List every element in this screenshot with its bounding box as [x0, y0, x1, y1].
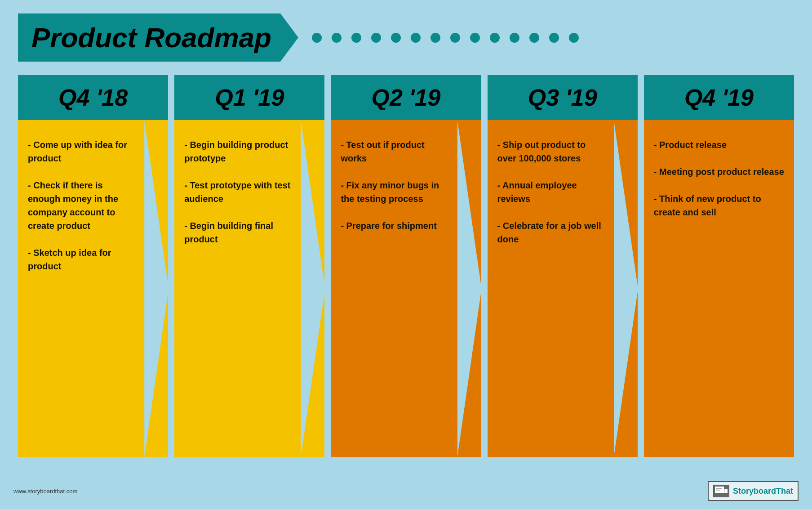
header-dot	[529, 33, 539, 43]
svg-rect-2	[716, 488, 722, 489]
quarter-header-q4-19: Q4 '19	[644, 75, 794, 120]
quarter-label-q4-18: Q4 '18	[22, 84, 164, 111]
quarter-col-q2-19: Q2 '19- Test out if product works - Fix …	[331, 75, 481, 457]
quarter-header-q1-19: Q1 '19	[174, 75, 324, 120]
page-wrapper: Product Roadmap Q4 '18- Come up with ide…	[0, 0, 812, 509]
col-gap	[168, 75, 174, 457]
logo-text-teal: That	[776, 487, 793, 496]
header-section: Product Roadmap	[0, 0, 812, 71]
header-dot	[430, 33, 440, 43]
header-dot	[411, 33, 421, 43]
quarter-text-q1-19: - Begin building product prototype - Tes…	[174, 120, 300, 457]
quarter-label-q1-19: Q1 '19	[179, 84, 320, 111]
col-gap	[324, 75, 331, 457]
svg-rect-4	[724, 489, 728, 493]
quarter-text-q4-18: - Come up with idea for product - Check …	[18, 120, 143, 457]
header-dot	[450, 33, 460, 43]
col-gap	[481, 75, 488, 457]
header-dot	[549, 33, 559, 43]
quarter-col-q1-19: Q1 '19- Begin building product prototype…	[174, 75, 324, 457]
footer-url: www.storyboardthat.com	[13, 488, 77, 495]
dots-decoration	[312, 33, 794, 43]
quarter-body-container-q3-19: - Ship out product to over 100,000 store…	[488, 120, 638, 457]
storyboard-logo: StoryboardThat	[708, 481, 799, 501]
quarter-body-container-q4-18: - Come up with idea for product - Check …	[18, 120, 168, 457]
quarter-body-container-q4-19: - Product release - Meeting post product…	[644, 120, 794, 457]
header-dot	[490, 33, 500, 43]
quarter-text-q4-19: - Product release - Meeting post product…	[644, 120, 794, 457]
svg-rect-3	[716, 490, 720, 491]
quarter-label-q3-19: Q3 '19	[492, 84, 633, 111]
header-dot	[510, 33, 519, 43]
header-dot	[371, 33, 381, 43]
col-gap	[638, 75, 644, 457]
quarter-col-q4-19: Q4 '19- Product release - Meeting post p…	[644, 75, 794, 457]
header-dot	[470, 33, 480, 43]
roadmap-grid: Q4 '18- Come up with idea for product - …	[0, 75, 812, 457]
quarter-body-container-q2-19: - Test out if product works - Fix any mi…	[331, 120, 481, 457]
page-title: Product Roadmap	[31, 22, 271, 54]
quarter-body-container-q1-19: - Begin building product prototype - Tes…	[174, 120, 324, 457]
logo-icon	[713, 485, 729, 497]
quarter-header-q3-19: Q3 '19	[488, 75, 638, 120]
title-banner: Product Roadmap	[18, 13, 298, 62]
header-dot	[332, 33, 342, 43]
quarter-header-q4-18: Q4 '18	[18, 75, 168, 120]
footer: www.storyboardthat.com StoryboardThat	[13, 481, 799, 501]
quarter-text-q2-19: - Test out if product works - Fix any mi…	[331, 120, 456, 457]
header-dot	[312, 33, 322, 43]
logo-text: StoryboardThat	[733, 487, 793, 496]
header-dot	[351, 33, 361, 43]
logo-text-black: Storyboard	[733, 487, 776, 496]
header-dot	[569, 33, 579, 43]
quarter-label-q2-19: Q2 '19	[335, 84, 476, 111]
quarter-header-q2-19: Q2 '19	[331, 75, 481, 120]
header-dot	[391, 33, 401, 43]
quarter-text-q3-19: - Ship out product to over 100,000 store…	[488, 120, 613, 457]
quarter-col-q4-18: Q4 '18- Come up with idea for product - …	[18, 75, 168, 457]
quarter-col-q3-19: Q3 '19- Ship out product to over 100,000…	[488, 75, 638, 457]
quarter-label-q4-19: Q4 '19	[648, 84, 790, 111]
